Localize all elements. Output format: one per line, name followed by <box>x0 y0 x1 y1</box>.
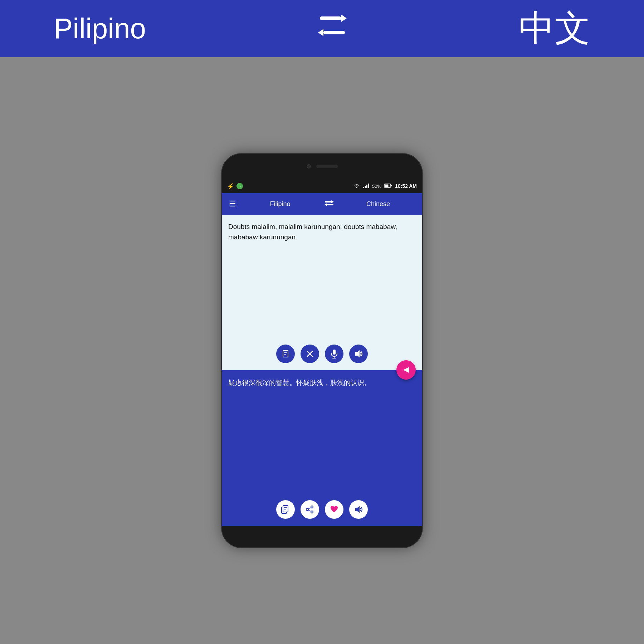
front-camera <box>307 164 311 169</box>
svg-marker-36 <box>355 506 360 513</box>
output-text: 疑虑很深很深的智慧。怀疑肤浅，肤浅的认识。 <box>228 377 416 497</box>
svg-rect-18 <box>284 352 287 353</box>
clear-button[interactable] <box>301 345 319 363</box>
svg-line-35 <box>308 510 311 511</box>
svg-marker-1 <box>341 15 347 22</box>
svg-rect-30 <box>284 509 286 509</box>
output-area: 疑虑很深很深的智慧。怀疑肤浅，肤浅的认识。 <box>222 370 422 526</box>
banner-source-language[interactable]: Pilipino <box>54 12 146 45</box>
top-banner: Pilipino 中文 <box>0 0 644 57</box>
svg-marker-3 <box>318 29 323 36</box>
input-action-buttons <box>228 341 416 367</box>
svg-marker-26 <box>403 367 409 373</box>
svg-rect-12 <box>325 201 331 203</box>
menu-button[interactable]: ☰ <box>229 199 236 209</box>
svg-rect-2 <box>323 31 345 34</box>
phone-bottom <box>222 526 422 547</box>
screen-content: Doubts malalim, malalim karunungan; doub… <box>222 215 422 526</box>
svg-rect-6 <box>365 186 366 188</box>
phone-wrapper: ⚡ ○ <box>0 57 644 644</box>
svg-point-4 <box>356 187 357 188</box>
banner-target-language[interactable]: 中文 <box>519 5 590 53</box>
svg-rect-14 <box>327 204 333 205</box>
favorite-button[interactable] <box>325 500 343 519</box>
svg-rect-29 <box>284 507 287 508</box>
share-button[interactable] <box>301 500 319 519</box>
translate-button[interactable] <box>396 360 416 380</box>
status-left-icons: ⚡ ○ <box>227 183 243 190</box>
svg-rect-10 <box>391 185 392 186</box>
signal-icon <box>363 183 369 189</box>
svg-rect-17 <box>284 350 287 351</box>
output-action-buttons <box>228 497 416 522</box>
svg-marker-13 <box>331 200 334 203</box>
svg-rect-7 <box>366 185 367 188</box>
svg-rect-11 <box>385 184 389 187</box>
app-bar: ☰ Filipino Chinese <box>222 193 422 215</box>
speaker-button-input[interactable] <box>349 345 368 363</box>
status-right-icons: 52% 10:52 AM <box>353 183 417 189</box>
input-area: Doubts malalim, malalim karunungan; doub… <box>222 215 422 370</box>
svg-rect-5 <box>363 187 364 188</box>
phone-top <box>222 154 422 179</box>
copy-button[interactable] <box>276 500 295 519</box>
svg-point-33 <box>311 511 313 513</box>
time-display: 10:52 AM <box>395 183 417 189</box>
svg-marker-15 <box>325 203 327 206</box>
earpiece <box>316 165 338 168</box>
banner-swap-icon[interactable] <box>316 9 348 48</box>
battery-percent: 52% <box>372 184 381 189</box>
wifi-icon <box>353 183 360 189</box>
svg-marker-25 <box>355 350 360 357</box>
phone-device: ⚡ ○ <box>222 154 422 547</box>
svg-rect-8 <box>368 184 369 188</box>
source-language-selector[interactable]: Filipino <box>243 200 317 208</box>
notification-icon: ○ <box>236 183 243 189</box>
clipboard-button[interactable] <box>276 345 295 363</box>
svg-rect-0 <box>320 16 341 20</box>
svg-point-31 <box>311 506 313 508</box>
svg-rect-19 <box>284 354 286 355</box>
svg-point-32 <box>306 508 308 511</box>
svg-line-34 <box>308 508 311 509</box>
microphone-button[interactable] <box>325 345 343 363</box>
speaker-button-output[interactable] <box>349 500 368 519</box>
usb-icon: ⚡ <box>227 183 234 190</box>
input-text[interactable]: Doubts malalim, malalim karunungan; doub… <box>228 222 416 341</box>
svg-rect-22 <box>333 350 336 355</box>
target-language-selector[interactable]: Chinese <box>341 200 415 208</box>
battery-icon <box>384 184 392 189</box>
status-bar: ⚡ ○ <box>222 179 422 193</box>
swap-languages-button[interactable] <box>324 199 334 209</box>
